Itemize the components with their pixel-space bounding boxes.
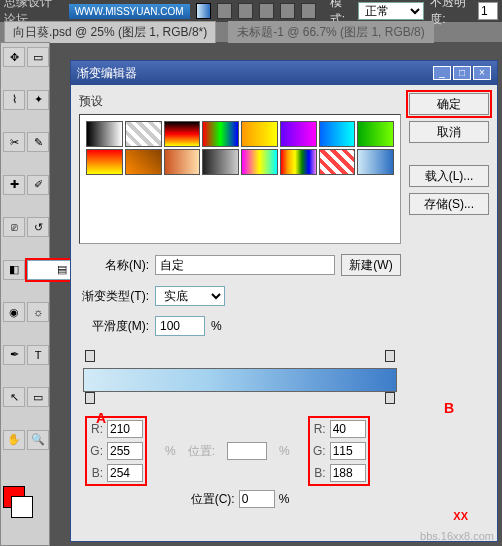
type-tool-icon[interactable]: T [27, 345, 49, 365]
percent-label: % [211, 319, 222, 333]
preset-swatch-10[interactable] [164, 149, 201, 175]
eraser-tool-icon[interactable]: ◧ [3, 260, 25, 280]
smoothness-label: 平滑度(M): [79, 318, 149, 335]
gradient-editor-dialog: 渐变编辑器 _ □ × 预设 名称(N): 新建(W) 渐变类型(T): 实底 … [70, 60, 498, 542]
g-input-a[interactable] [107, 442, 143, 460]
eyedropper-tool-icon[interactable]: ✎ [27, 132, 49, 152]
preset-swatch-3[interactable] [202, 121, 239, 147]
g-input-b[interactable] [330, 442, 366, 460]
lasso-tool-icon[interactable]: ⌇ [3, 90, 25, 110]
minimize-button[interactable]: _ [433, 66, 451, 80]
stamp-tool-icon[interactable]: ⎚ [3, 217, 25, 237]
position-label: 位置: [188, 443, 215, 460]
tool-palette: ✥ ▭ ⌇ ✦ ✂ ✎ ✚ ✐ ⎚ ↺ ◧ ▤ ◉ ☼ ✒ T ↖ ▭ ✋ 🔍 [0, 42, 50, 546]
position-c-input[interactable] [239, 490, 275, 508]
preset-swatch-2[interactable] [164, 121, 201, 147]
color-stop-left[interactable] [85, 392, 95, 404]
path-tool-icon[interactable]: ↖ [3, 387, 25, 407]
preset-swatch-11[interactable] [202, 149, 239, 175]
blur-tool-icon[interactable]: ◉ [3, 302, 25, 322]
opacity-label: 不透明度: [430, 0, 472, 28]
rgb-group-a: R: G: B: [87, 418, 145, 484]
rgb-group-b: R: G: B: [310, 418, 368, 484]
background-color-swatch[interactable] [11, 496, 33, 518]
preset-swatch-14[interactable] [319, 149, 356, 175]
preset-grid [79, 114, 401, 244]
blend-mode-select[interactable]: 正常 [358, 2, 424, 20]
shape-tool-icon[interactable]: ▭ [27, 387, 49, 407]
radial-gradient-button[interactable] [238, 3, 253, 19]
name-input[interactable] [155, 255, 335, 275]
options-bar: 思缘设计论坛 WWW.MISSYUAN.COM 模式: 正常 不透明度: [0, 0, 502, 22]
new-button[interactable]: 新建(W) [341, 254, 401, 276]
hand-tool-icon[interactable]: ✋ [3, 430, 25, 450]
annotation-a: A [96, 410, 106, 426]
preset-swatch-5[interactable] [280, 121, 317, 147]
close-button[interactable]: × [473, 66, 491, 80]
r-input-b[interactable] [330, 420, 366, 438]
move-tool-icon[interactable]: ✥ [3, 47, 25, 67]
preset-swatch-7[interactable] [357, 121, 394, 147]
opacity-stop-right[interactable] [385, 350, 395, 362]
linear-gradient-button[interactable] [217, 3, 232, 19]
crop-tool-icon[interactable]: ✂ [3, 132, 25, 152]
annotation-b: B [444, 400, 454, 416]
diamond-gradient-button[interactable] [301, 3, 316, 19]
preset-swatch-1[interactable] [125, 121, 162, 147]
load-button[interactable]: 载入(L)... [409, 165, 489, 187]
gradient-bar[interactable] [83, 368, 397, 392]
heal-tool-icon[interactable]: ✚ [3, 175, 25, 195]
tab-document-2[interactable]: 未标题-1 @ 66.7% (图层 1, RGB/8) [228, 21, 434, 43]
angle-gradient-button[interactable] [259, 3, 274, 19]
gradient-type-select[interactable]: 实底 [155, 286, 225, 306]
gradient-type-label: 渐变类型(T): [79, 288, 149, 305]
b-input-a[interactable] [107, 464, 143, 482]
wand-tool-icon[interactable]: ✦ [27, 90, 49, 110]
preset-swatch-0[interactable] [86, 121, 123, 147]
footer-watermark: bbs.16xx8.com [420, 530, 494, 542]
preset-swatch-4[interactable] [241, 121, 278, 147]
position-input[interactable] [227, 442, 267, 460]
opacity-input[interactable] [478, 2, 498, 20]
color-stop-right[interactable] [385, 392, 395, 404]
b-label: B: [89, 466, 103, 480]
preset-swatch-9[interactable] [125, 149, 162, 175]
mid-controls: % 位置: % [165, 418, 290, 484]
watermark: WWW.MISSYUAN.COM [69, 4, 190, 19]
zoom-tool-icon[interactable]: 🔍 [27, 430, 49, 450]
document-tabs: 向日葵.psd @ 25% (图层 1, RGB/8*) 未标题-1 @ 66.… [0, 22, 502, 42]
name-label: 名称(N): [79, 257, 149, 274]
preset-swatch-8[interactable] [86, 149, 123, 175]
presets-label: 预设 [79, 93, 401, 110]
preset-swatch-6[interactable] [319, 121, 356, 147]
preset-swatch-15[interactable] [357, 149, 394, 175]
b-input-b[interactable] [330, 464, 366, 482]
dodge-tool-icon[interactable]: ☼ [27, 302, 49, 322]
annotation-xx: XX [453, 510, 468, 522]
dialog-titlebar[interactable]: 渐变编辑器 _ □ × [71, 61, 497, 85]
gradient-preview[interactable] [196, 3, 211, 19]
pen-tool-icon[interactable]: ✒ [3, 345, 25, 365]
opacity-stop-left[interactable] [85, 350, 95, 362]
ok-button[interactable]: 确定 [409, 93, 489, 115]
dialog-title: 渐变编辑器 [77, 65, 137, 82]
smoothness-input[interactable] [155, 316, 205, 336]
r-input-a[interactable] [107, 420, 143, 438]
g-label: G: [89, 444, 103, 458]
brush-tool-icon[interactable]: ✐ [27, 175, 49, 195]
position-c-label: 位置(C): [191, 491, 235, 508]
maximize-button[interactable]: □ [453, 66, 471, 80]
reflected-gradient-button[interactable] [280, 3, 295, 19]
cancel-button[interactable]: 取消 [409, 121, 489, 143]
tab-document-1[interactable]: 向日葵.psd @ 25% (图层 1, RGB/8*) [4, 21, 216, 43]
save-button[interactable]: 存储(S)... [409, 193, 489, 215]
preset-swatch-13[interactable] [280, 149, 317, 175]
history-brush-tool-icon[interactable]: ↺ [27, 217, 49, 237]
marquee-tool-icon[interactable]: ▭ [27, 47, 49, 67]
preset-swatch-12[interactable] [241, 149, 278, 175]
